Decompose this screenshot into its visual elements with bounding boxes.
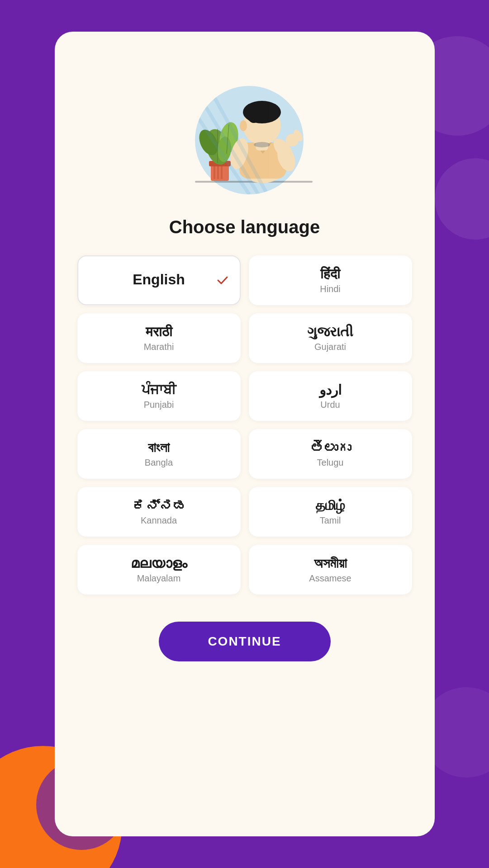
- svg-point-27: [254, 142, 270, 147]
- page-title: Choose language: [169, 217, 320, 237]
- lang-english-bangla: Bangla: [145, 458, 173, 468]
- svg-point-25: [240, 120, 247, 131]
- lang-english-malayalam: Malayalam: [137, 573, 181, 584]
- language-grid: English हिंदीHindiमराठीMarathiગુજરાતીGuj…: [77, 255, 412, 594]
- svg-rect-5: [217, 165, 219, 179]
- language-card-kannada[interactable]: ಕನ್ನಡKannada: [77, 487, 241, 537]
- lang-native-assamese: অসমীয়া: [314, 556, 347, 571]
- lang-native-urdu: اردو: [319, 382, 342, 398]
- lang-english-hindi: Hindi: [320, 284, 341, 294]
- language-card-punjabi[interactable]: ਪੰਜਾਬੀPunjabi: [77, 371, 241, 421]
- lang-native-gujarati: ગુજરાતી: [307, 324, 353, 340]
- lang-native-hindi: हिंदी: [320, 266, 340, 282]
- language-card-tamil[interactable]: தமிழ்Tamil: [249, 487, 412, 537]
- language-card-telugu[interactable]: తెలుగుTelugu: [249, 429, 412, 479]
- svg-rect-6: [221, 165, 223, 179]
- continue-button[interactable]: CONTINUE: [159, 622, 331, 661]
- lang-native-tamil: தமிழ்: [316, 498, 345, 514]
- lang-english-punjabi: Punjabi: [144, 400, 174, 410]
- lang-english-assamese: Assamese: [309, 573, 351, 584]
- lang-english-urdu: Urdu: [320, 400, 340, 410]
- lang-native-marathi: मराठी: [146, 324, 172, 340]
- language-card-english[interactable]: English: [77, 255, 241, 305]
- svg-point-23: [247, 105, 261, 123]
- lang-native-bangla: বাংলা: [148, 440, 170, 456]
- language-card-marathi[interactable]: मराठीMarathi: [77, 313, 241, 363]
- illustration: अ A Ab ☆: [159, 59, 331, 203]
- svg-point-24: [266, 105, 276, 121]
- language-card-gujarati[interactable]: ગુજરાતીGujarati: [249, 313, 412, 363]
- lang-native-english: English: [133, 271, 185, 288]
- lang-english-marathi: Marathi: [144, 342, 174, 352]
- lang-english-telugu: Telugu: [317, 458, 344, 468]
- lang-native-punjabi: ਪੰਜਾਬੀ: [142, 382, 176, 398]
- selected-check-icon: [214, 272, 231, 288]
- language-card-malayalam[interactable]: മലയാളംMalayalam: [77, 545, 241, 594]
- language-card-hindi[interactable]: हिंदीHindi: [249, 255, 412, 305]
- language-card-urdu[interactable]: اردوUrdu: [249, 371, 412, 421]
- lang-english-tamil: Tamil: [320, 515, 341, 526]
- main-card: अ A Ab ☆ Choose language Eng: [55, 32, 435, 836]
- lang-native-kannada: ಕನ್ನಡ: [132, 498, 186, 514]
- lang-english-gujarati: Gujarati: [314, 342, 346, 352]
- language-card-assamese[interactable]: অসমীয়াAssamese: [249, 545, 412, 594]
- lang-native-malayalam: മലയാളം: [131, 556, 187, 571]
- lang-english-kannada: Kannada: [141, 515, 177, 526]
- lang-native-telugu: తెలుగు: [310, 440, 351, 456]
- bg-circle-2: [435, 158, 489, 240]
- language-card-bangla[interactable]: বাংলাBangla: [77, 429, 241, 479]
- svg-rect-4: [214, 165, 215, 179]
